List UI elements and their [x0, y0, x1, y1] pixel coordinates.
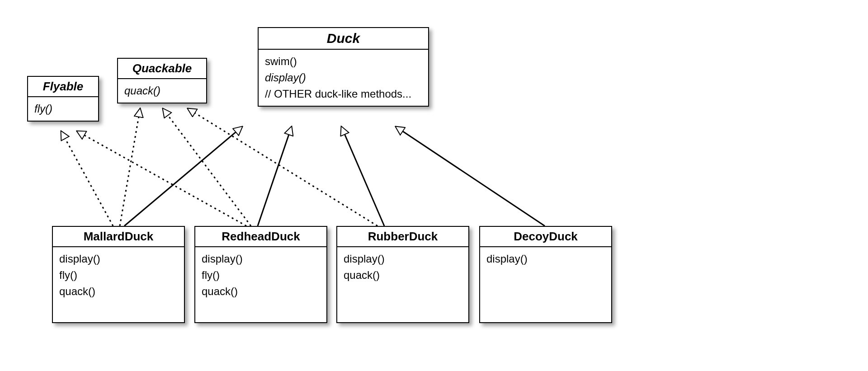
class-title: DecoyDuck	[480, 227, 611, 247]
method: quack()	[202, 283, 320, 300]
svg-line-5	[120, 108, 140, 226]
svg-line-7	[163, 108, 251, 226]
method: quack()	[124, 83, 200, 99]
class-title: MallardDuck	[53, 227, 184, 247]
method: display()	[486, 251, 605, 267]
class-body: swim() display() // OTHER duck-like meth…	[259, 50, 428, 106]
svg-line-0	[124, 127, 242, 226]
class-body: display() fly() quack()	[195, 247, 326, 322]
svg-line-3	[396, 127, 545, 226]
class-body: quack()	[118, 79, 206, 103]
method: fly()	[202, 267, 320, 283]
class-mallard: MallardDuck display() fly() quack()	[52, 226, 185, 323]
method: fly()	[59, 267, 178, 283]
class-decoy: DecoyDuck display()	[479, 226, 612, 323]
method: fly()	[34, 101, 92, 117]
class-title: Flyable	[28, 77, 98, 97]
class-flyable: Flyable fly()	[27, 76, 99, 122]
svg-line-1	[258, 127, 292, 226]
class-body: display() quack()	[337, 247, 468, 322]
svg-line-4	[61, 131, 113, 226]
class-title: RubberDuck	[337, 227, 468, 247]
method: display()	[202, 251, 320, 267]
method: // OTHER duck-like methods...	[265, 86, 422, 102]
class-title: Duck	[259, 28, 428, 50]
method: display()	[59, 251, 178, 267]
class-title: Quackable	[118, 59, 206, 79]
method: quack()	[59, 283, 178, 300]
method: display()	[344, 251, 462, 267]
class-body: display()	[480, 247, 611, 322]
method: quack()	[344, 267, 462, 283]
method: display()	[265, 70, 422, 86]
svg-line-8	[188, 108, 377, 226]
class-rubber: RubberDuck display() quack()	[336, 226, 469, 323]
class-title: RedheadDuck	[195, 227, 326, 247]
class-body: display() fly() quack()	[53, 247, 184, 322]
class-quackable: Quackable quack()	[117, 58, 207, 103]
class-redhead: RedheadDuck display() fly() quack()	[194, 226, 327, 323]
svg-line-6	[77, 131, 246, 226]
class-body: fly()	[28, 97, 98, 121]
svg-line-2	[341, 127, 384, 226]
method: swim()	[265, 53, 422, 70]
class-duck: Duck swim() display() // OTHER duck-like…	[258, 27, 429, 107]
